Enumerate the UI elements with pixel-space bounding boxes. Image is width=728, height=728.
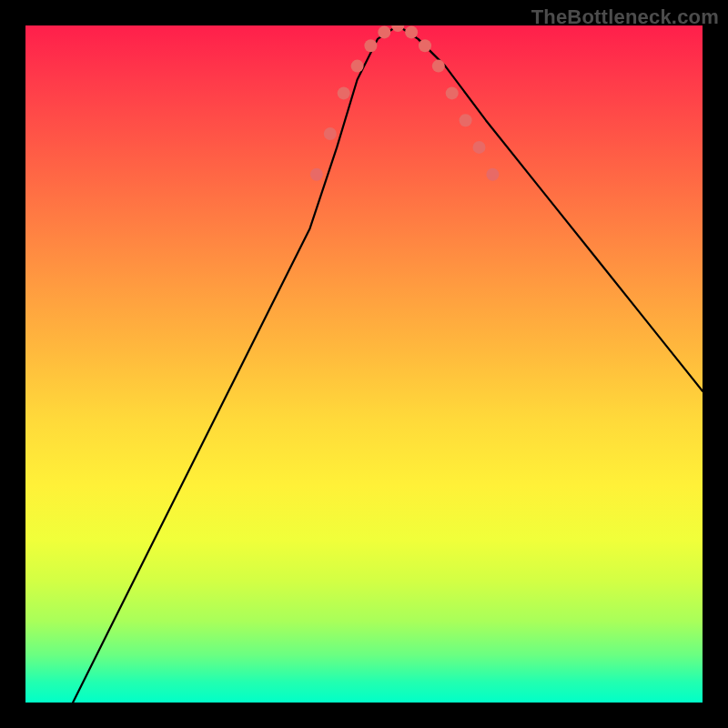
plot-area bbox=[25, 25, 703, 703]
bottleneck-curve-path bbox=[73, 25, 703, 703]
highlight-marker bbox=[364, 39, 377, 52]
marker-group bbox=[310, 25, 500, 181]
highlight-marker bbox=[473, 141, 486, 154]
highlight-marker bbox=[432, 60, 445, 73]
highlight-marker bbox=[310, 168, 323, 181]
highlight-marker bbox=[324, 127, 337, 140]
highlight-marker bbox=[351, 60, 364, 73]
highlight-marker bbox=[405, 25, 418, 38]
highlight-marker bbox=[391, 25, 404, 32]
highlight-marker bbox=[486, 168, 499, 181]
curve-path-group bbox=[73, 25, 703, 703]
highlight-marker bbox=[419, 39, 431, 52]
highlight-marker bbox=[460, 114, 472, 126]
bottleneck-chart bbox=[25, 25, 703, 703]
highlight-marker bbox=[338, 86, 350, 99]
highlight-marker bbox=[446, 86, 459, 99]
watermark-text: TheBottleneck.com bbox=[531, 5, 719, 29]
highlight-marker bbox=[378, 25, 390, 38]
